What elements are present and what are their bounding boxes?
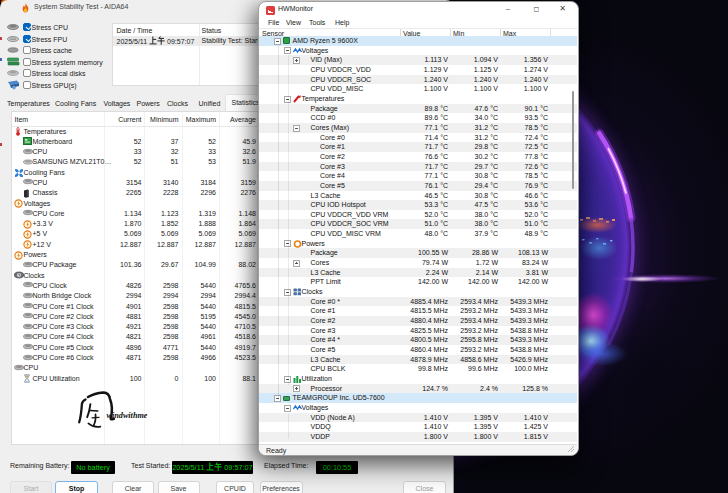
svg-text:windwithme: windwithme — [107, 411, 148, 420]
